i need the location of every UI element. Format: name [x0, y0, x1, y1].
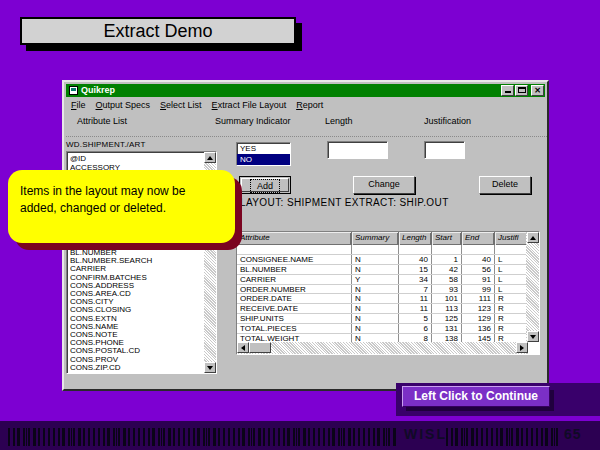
grid-horizontal-scrollbar[interactable]	[237, 342, 528, 354]
barcode-pattern	[446, 428, 558, 446]
grid-header-cell: Attribute	[237, 232, 352, 245]
grid-cell: 136	[462, 324, 495, 333]
slide-title: Extract Demo	[20, 17, 296, 45]
scroll-up-icon[interactable]	[527, 232, 539, 243]
grid-cell: L	[495, 255, 528, 264]
menu-item[interactable]: Select List	[160, 98, 202, 112]
justification-input[interactable]	[424, 141, 465, 159]
listbox-items: BL.NUMBERBL.NUMBER.SEARCHCARRIERCONFIRM.…	[70, 249, 152, 372]
footer-band: WISL 65	[0, 421, 600, 450]
grid-row[interactable]	[237, 245, 528, 255]
minimize-icon	[505, 91, 511, 93]
grid-cell: 113	[432, 304, 462, 313]
scroll-down-icon[interactable]	[204, 362, 216, 373]
separator	[66, 136, 547, 137]
grid-header-cell: Start	[432, 232, 462, 245]
grid-cell	[432, 245, 462, 254]
listbox-item[interactable]: @ID	[70, 154, 120, 163]
scroll-up-icon[interactable]	[204, 152, 216, 163]
grid-cell: 101	[432, 294, 462, 303]
grid-row[interactable]: TOTAL.PIECESN6131136R	[237, 324, 528, 334]
grid-cell: RECEIVE.DATE	[237, 304, 352, 313]
tutorial-callout: Items in the layout may now be added, ch…	[8, 170, 235, 243]
menu-item[interactable]: Output Specs	[96, 98, 151, 112]
grid-cell: 40	[399, 255, 432, 264]
grid-cell: N	[352, 294, 399, 303]
summary-indicator-list[interactable]: YESNO	[236, 142, 291, 166]
grid-cell: 129	[462, 314, 495, 323]
grid-cell: 11	[399, 294, 432, 303]
grid-cell: L	[495, 275, 528, 284]
grid-row[interactable]: CARRIERY345891L	[237, 275, 528, 285]
menu-item[interactable]: Report	[296, 98, 323, 112]
scroll-right-icon[interactable]	[516, 342, 528, 353]
grid-header-cell: Summary	[352, 232, 399, 245]
grid-cell: Y	[352, 275, 399, 284]
grid-cell: 131	[432, 324, 462, 333]
add-button[interactable]: Add	[239, 176, 291, 194]
grid-row[interactable]: ORDER.DATEN11101111R	[237, 294, 528, 304]
grid-cell: 7	[399, 285, 432, 294]
grid-cell	[352, 245, 399, 254]
summary-option[interactable]: NO	[237, 154, 290, 165]
grid-cell: ORDER.DATE	[237, 294, 352, 303]
close-button[interactable]: ✕	[531, 85, 544, 96]
minimize-button[interactable]	[501, 85, 514, 96]
grid-cell: R	[495, 294, 528, 303]
grid-row[interactable]: ORDER.NUMBERN79399L	[237, 285, 528, 295]
grid-cell: 111	[462, 294, 495, 303]
grid-cell: L	[495, 285, 528, 294]
menu-item[interactable]: File	[71, 98, 86, 112]
menu-item[interactable]: Extract File Layout	[212, 98, 287, 112]
length-input[interactable]	[327, 141, 388, 159]
grid-cell: 123	[462, 304, 495, 313]
grid-cell: 42	[432, 265, 462, 274]
grid-cell: N	[352, 314, 399, 323]
maximize-button[interactable]	[515, 85, 528, 96]
attribute-list-label: Attribute List	[77, 116, 127, 126]
grid-cell: CONSIGNEE.NAME	[237, 255, 352, 264]
grid-header-row: AttributeSummaryLengthStartEndJustifi	[237, 232, 528, 245]
grid-cell: 125	[432, 314, 462, 323]
grid-cell: 1	[432, 255, 462, 264]
summary-option[interactable]: YES	[237, 143, 290, 154]
grid-row[interactable]: BL.NUMBERN154256L	[237, 265, 528, 275]
scroll-down-icon[interactable]	[527, 331, 539, 342]
grid-cell	[237, 245, 352, 254]
delete-button[interactable]: Delete	[479, 176, 531, 194]
listbox-item[interactable]: CONS.ZIP.CD	[70, 364, 152, 372]
grid-cell	[462, 245, 495, 254]
grid-cell: ORDER.NUMBER	[237, 285, 352, 294]
window-title: Quikrep	[81, 84, 115, 97]
grid-cell: R	[495, 324, 528, 333]
menu-bar: FileOutput SpecsSelect ListExtract File …	[66, 98, 545, 113]
grid-vertical-scrollbar[interactable]	[526, 232, 539, 342]
grid-cell: 91	[462, 275, 495, 284]
grid-cell: TOTAL.PIECES	[237, 324, 352, 333]
footer-brand: WISL	[404, 426, 447, 442]
grid-cell: L	[495, 265, 528, 274]
attribute-file-name: WD.SHIPMENT./ART	[66, 140, 146, 149]
window-titlebar[interactable]: Quikrep ✕	[66, 84, 545, 97]
grid-row[interactable]: SHIP.UNITSN5125129R	[237, 314, 528, 324]
grid-cell: SHIP.UNITS	[237, 314, 352, 323]
grid-row[interactable]: RECEIVE.DATEN11113123R	[237, 304, 528, 314]
grid-header-cell: Justifi	[495, 232, 528, 245]
grid-cell: N	[352, 285, 399, 294]
grid-cell: 5	[399, 314, 432, 323]
grid-cell: 34	[399, 275, 432, 284]
justification-label: Justification	[424, 116, 471, 126]
summary-indicator-label: Summary Indicator	[215, 116, 291, 126]
grid-header-cell: Length	[399, 232, 432, 245]
layout-caption: LAYOUT: SHIPMENT EXTRACT: SHIP.OUT	[240, 197, 449, 208]
continue-button[interactable]: Left Click to Continue	[402, 386, 550, 407]
grid-cell: N	[352, 265, 399, 274]
scrollbar-thumb[interactable]	[249, 342, 271, 353]
scroll-left-icon[interactable]	[237, 342, 249, 353]
length-label: Length	[325, 116, 353, 126]
change-button[interactable]: Change	[353, 176, 415, 194]
layout-grid[interactable]: AttributeSummaryLengthStartEndJustifi CO…	[236, 231, 540, 355]
grid-row[interactable]: CONSIGNEE.NAMEN40140L	[237, 255, 528, 265]
grid-cell: 99	[462, 285, 495, 294]
grid-cell: CARRIER	[237, 275, 352, 284]
